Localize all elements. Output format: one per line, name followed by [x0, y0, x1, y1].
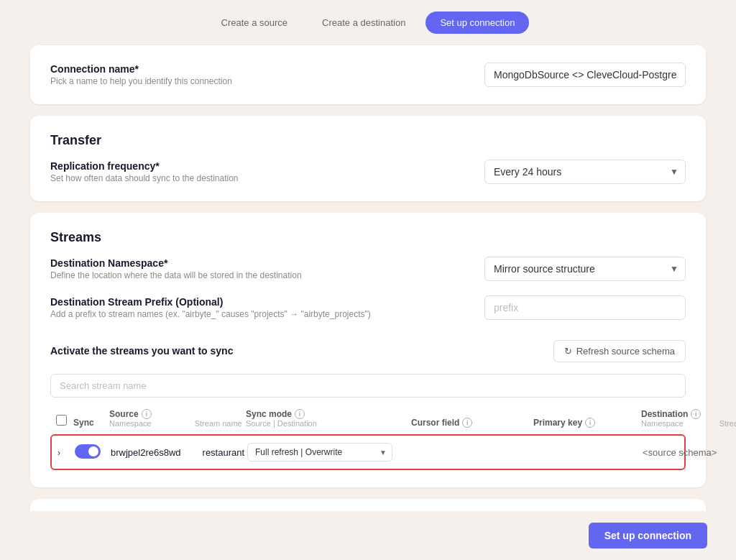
cursor-header-label: Cursor field: [411, 418, 459, 428]
replication-row: Replication frequency* Set how often dat…: [50, 160, 686, 184]
top-nav: Create a source Create a destination Set…: [0, 0, 736, 45]
row-namespace-cell: brwjpel2re6s8wd restaurant: [111, 447, 247, 458]
stream-name-sub: Stream name: [195, 419, 242, 428]
sync-mode-wrapper: Full refresh | Overwrite Full refresh | …: [247, 443, 392, 462]
connection-name-label-group: Connection name* Pick a name to help you…: [50, 63, 232, 86]
replication-label: Replication frequency*: [50, 160, 239, 172]
replication-select[interactable]: Every 24 hours Every 12 hours Every 6 ho…: [484, 160, 686, 184]
nav-step-destination[interactable]: Create a destination: [308, 12, 420, 34]
dest-prefix-row: Destination Stream Prefix (Optional) Add…: [50, 295, 686, 320]
dest-namespace-select-group: Mirror source structure Custom format De…: [484, 257, 686, 281]
header-cursor-cell: Cursor field i: [411, 418, 533, 428]
refresh-btn-label: Refresh source schema: [576, 346, 675, 357]
transfer-title: Transfer: [50, 133, 686, 148]
main-content: Connection name* Pick a name to help you…: [16, 45, 720, 560]
header-checkbox-cell: [56, 415, 73, 428]
row-namespace: brwjpel2re6s8wd: [111, 447, 181, 458]
connection-name-card: Connection name* Pick a name to help you…: [30, 45, 706, 104]
connection-name-row: Connection name* Pick a name to help you…: [50, 63, 686, 87]
cursor-header: Cursor field i: [411, 418, 533, 428]
stream-row-data: › brwjpel2re6s8wd restaurant: [52, 436, 684, 469]
dest-namespace-sub: Namespace: [641, 419, 684, 428]
table-header: Sync Source i Namespace Stream name: [50, 406, 686, 431]
connection-name-desc: Pick a name to help you identify this co…: [50, 76, 232, 86]
primary-key-label: Primary key: [533, 418, 582, 428]
header-source-cell: Source i Namespace Stream name: [109, 409, 246, 428]
replication-select-group: Every 24 hours Every 12 hours Every 6 ho…: [484, 160, 686, 184]
header-sync-cell: Sync: [73, 418, 109, 428]
sync-header: Sync: [73, 418, 109, 428]
row-dest-namespace: <source schema>: [643, 447, 717, 458]
search-wrapper: [50, 374, 686, 398]
activate-streams-header: Activate the streams you want to sync ↻ …: [50, 340, 686, 362]
dest-namespace-desc: Define the location where the data will …: [50, 270, 302, 280]
dest-namespace-label-group: Destination Namespace* Define the locati…: [50, 257, 302, 280]
dest-sub-headers: Namespace Stream name: [641, 419, 736, 428]
streams-card: Streams Destination Namespace* Define th…: [30, 213, 706, 487]
dest-prefix-label: Destination Stream Prefix (Optional): [50, 296, 371, 308]
source-info-icon: i: [142, 409, 152, 419]
dest-namespace-select[interactable]: Mirror source structure Custom format De…: [484, 257, 686, 281]
replication-label-group: Replication frequency* Set how often dat…: [50, 160, 239, 183]
sync-mode-header: Sync mode i: [246, 409, 411, 419]
row-expand-cell: ›: [58, 446, 75, 458]
highlighted-stream-row: › brwjpel2re6s8wd restaurant: [50, 434, 686, 470]
nav-step-source[interactable]: Create a source: [207, 12, 303, 34]
sync-mode-sub: Source | Destination: [246, 419, 411, 428]
connection-name-input[interactable]: [484, 63, 686, 87]
sync-mode-select[interactable]: Full refresh | Overwrite Full refresh | …: [247, 443, 392, 462]
select-all-checkbox[interactable]: [56, 415, 67, 426]
transfer-card: Transfer Replication frequency* Set how …: [30, 116, 706, 201]
connection-name-input-group: [484, 63, 686, 87]
primary-key-header: Primary key i: [533, 418, 641, 428]
sync-mode-info-icon: i: [295, 409, 305, 419]
sync-header-label: Sync: [73, 418, 94, 428]
source-sub-headers: Namespace Stream name: [109, 419, 246, 428]
source-header: Source i: [109, 409, 246, 419]
activate-streams-section: Activate the streams you want to sync ↻ …: [50, 340, 686, 470]
header-destination-cell: Destination i Namespace Stream name: [641, 409, 736, 428]
dest-stream-name-sub: Stream name: [719, 419, 736, 428]
dest-prefix-label-group: Destination Stream Prefix (Optional) Add…: [50, 296, 371, 319]
primary-key-info-icon: i: [585, 418, 595, 428]
replication-desc: Set how often data should sync to the de…: [50, 173, 239, 183]
source-header-label: Source: [109, 409, 139, 419]
dest-namespace-select-wrapper: Mirror source structure Custom format De…: [484, 257, 686, 281]
dest-prefix-input-group: [484, 295, 686, 320]
replication-select-wrapper: Every 24 hours Every 12 hours Every 6 ho…: [484, 160, 686, 184]
connection-name-label: Connection name*: [50, 63, 232, 75]
cursor-info-icon: i: [462, 418, 472, 428]
streams-title: Streams: [50, 230, 686, 245]
destination-header: Destination i: [641, 409, 736, 419]
setup-connection-button[interactable]: Set up connection: [589, 523, 707, 548]
refresh-icon: ↻: [564, 346, 572, 357]
refresh-schema-button[interactable]: ↻ Refresh source schema: [553, 340, 686, 362]
dest-namespace-row: Destination Namespace* Define the locati…: [50, 257, 686, 281]
row-dest-namespace-cell: <source schema>: [643, 446, 736, 458]
search-stream-input[interactable]: [50, 374, 686, 398]
sync-mode-header-label: Sync mode: [246, 409, 292, 419]
dest-namespace-label: Destination Namespace*: [50, 257, 302, 269]
expand-icon[interactable]: ›: [58, 448, 60, 458]
activate-streams-label: Activate the streams you want to sync: [50, 345, 233, 357]
dest-prefix-desc: Add a prefix to stream names (ex. "airby…: [50, 309, 371, 319]
stream-toggle[interactable]: [75, 444, 101, 459]
dest-prefix-input[interactable]: [484, 295, 686, 320]
namespace-sub: Namespace: [109, 419, 152, 428]
row-stream-name: restaurant: [203, 447, 245, 458]
row-sync-mode-cell: Full refresh | Overwrite Full refresh | …: [247, 443, 413, 462]
nav-step-connection[interactable]: Set up connection: [426, 12, 529, 34]
destination-info-icon: i: [691, 409, 701, 419]
destination-header-label: Destination: [641, 409, 688, 419]
header-primary-key-cell: Primary key i: [533, 418, 641, 428]
row-toggle-cell: [75, 444, 111, 461]
header-sync-mode-cell: Sync mode i Source | Destination: [246, 409, 411, 428]
footer: Set up connection: [0, 511, 736, 560]
